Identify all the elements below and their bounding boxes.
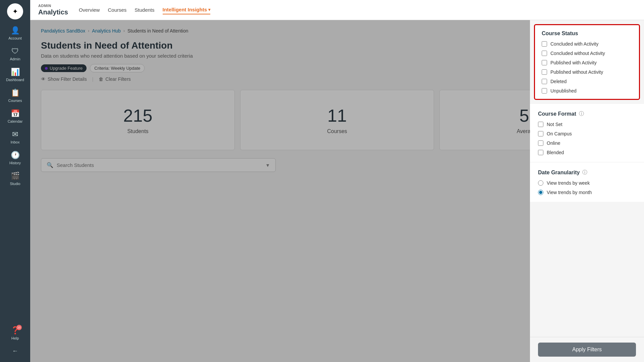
course-format-title: Course Format (538, 111, 576, 117)
date-granularity-title-row: Date Granularity ⓘ (538, 169, 636, 176)
sidebar-collapse-button[interactable]: ← (0, 344, 30, 359)
sidebar-item-label: History (9, 161, 21, 165)
checkbox-concluded-without-activity-input[interactable] (542, 51, 547, 56)
logo-icon: ✦ (12, 7, 18, 15)
checkbox-blended[interactable]: Blended (538, 150, 636, 155)
checkbox-published-with-activity[interactable]: Published with Activity (542, 60, 632, 65)
account-icon: 👤 (11, 26, 20, 35)
checkbox-published-without-activity[interactable]: Published without Activity (542, 69, 632, 75)
radio-by-week-label: View trends by week (547, 180, 590, 186)
sidebar-item-studio[interactable]: 🎬 Studio (0, 168, 30, 189)
checkbox-on-campus-input[interactable] (538, 131, 543, 136)
course-format-info-icon[interactable]: ⓘ (579, 111, 584, 117)
checkbox-published-without-activity-input[interactable] (542, 69, 547, 75)
sidebar-item-calendar[interactable]: 📅 Calendar (0, 106, 30, 127)
sidebar-item-account[interactable]: 👤 Account (0, 23, 30, 44)
checkbox-published-with-activity-label: Published with Activity (550, 60, 597, 65)
checkbox-deleted-label: Deleted (550, 79, 567, 84)
radio-by-week[interactable]: View trends by week (538, 180, 636, 186)
checkbox-not-set-label: Not Set (547, 122, 562, 127)
dashboard-icon: 📊 (11, 68, 20, 76)
checkbox-published-without-activity-label: Published without Activity (550, 69, 603, 75)
courses-icon: 📋 (11, 88, 20, 97)
checkbox-blended-input[interactable] (538, 150, 543, 155)
sidebar-item-label: Courses (8, 99, 22, 103)
apply-filters-button[interactable]: Apply Filters (538, 343, 636, 357)
sidebar-item-inbox[interactable]: ✉ Inbox (0, 127, 30, 147)
help-icon: ❓ 10 (11, 326, 20, 335)
date-granularity-section: Date Granularity ⓘ View trends by week V… (530, 163, 644, 202)
checkbox-concluded-with-activity[interactable]: Concluded with Activity (542, 41, 632, 47)
sidebar-item-history[interactable]: 🕐 History (0, 147, 30, 168)
history-icon: 🕐 (11, 151, 20, 160)
radio-by-month[interactable]: View trends by month (538, 190, 636, 195)
calendar-icon: 📅 (11, 109, 20, 118)
collapse-icon: ← (12, 348, 18, 355)
sidebar-item-label: Help (11, 336, 19, 340)
date-granularity-title: Date Granularity (538, 170, 580, 176)
checkbox-not-set-input[interactable] (538, 122, 543, 127)
top-nav-links: Overview Courses Students Intelligent In… (79, 5, 210, 14)
admin-icon: 🛡 (11, 47, 19, 56)
studio-icon: 🎬 (11, 172, 20, 180)
checkbox-concluded-without-activity-label: Concluded without Activity (550, 51, 605, 56)
course-format-section: Course Format ⓘ Not Set On Campus Online… (530, 104, 644, 162)
inbox-icon: ✉ (12, 130, 18, 139)
sidebar: ✦ 👤 Account 🛡 Admin 📊 Dashboard 📋 Course… (0, 0, 30, 362)
checkbox-unpublished[interactable]: Unpublished (542, 88, 632, 94)
sidebar-item-label: Calendar (8, 119, 23, 123)
brand: ADMIN Analytics (38, 4, 68, 16)
course-format-title-row: Course Format ⓘ (538, 111, 636, 117)
radio-by-month-label: View trends by month (547, 190, 592, 195)
checkbox-online-input[interactable] (538, 140, 543, 146)
filter-footer: Apply Filters (530, 337, 644, 362)
sidebar-item-help[interactable]: ❓ 10 Help (0, 323, 30, 344)
radio-by-month-input[interactable] (538, 190, 543, 195)
sidebar-item-label: Studio (10, 182, 20, 186)
checkbox-concluded-without-activity[interactable]: Concluded without Activity (542, 51, 632, 56)
radio-by-week-input[interactable] (538, 180, 543, 186)
dropdown-chevron-icon: ▾ (208, 7, 210, 12)
checkbox-published-with-activity-input[interactable] (542, 60, 547, 65)
nav-label: Intelligent Insights (163, 7, 207, 12)
checkbox-deleted[interactable]: Deleted (542, 79, 632, 84)
sidebar-item-courses[interactable]: 📋 Courses (0, 85, 30, 106)
filter-panel: Course Status Concluded with Activity Co… (530, 20, 644, 362)
sidebar-item-admin[interactable]: 🛡 Admin (0, 44, 30, 64)
course-status-title: Course Status (542, 31, 632, 37)
checkbox-unpublished-input[interactable] (542, 88, 547, 94)
sidebar-item-label: Account (8, 36, 22, 40)
help-badge-count: 10 (16, 325, 22, 330)
checkbox-blended-label: Blended (547, 150, 564, 155)
top-navigation: ADMIN Analytics Overview Courses Student… (30, 0, 644, 20)
checkbox-concluded-with-activity-input[interactable] (542, 41, 547, 47)
nav-students[interactable]: Students (135, 6, 154, 14)
date-granularity-info-icon[interactable]: ⓘ (582, 169, 587, 176)
app-logo: ✦ (7, 3, 23, 19)
admin-label: ADMIN (38, 4, 68, 8)
checkbox-on-campus-label: On Campus (547, 131, 572, 136)
checkbox-on-campus[interactable]: On Campus (538, 131, 636, 136)
checkbox-not-set[interactable]: Not Set (538, 122, 636, 127)
nav-overview[interactable]: Overview (79, 6, 100, 14)
checkbox-online-label: Online (547, 140, 560, 146)
nav-courses[interactable]: Courses (108, 6, 126, 14)
brand-name: Analytics (38, 8, 68, 16)
checkbox-online[interactable]: Online (538, 140, 636, 146)
checkbox-deleted-input[interactable] (542, 79, 547, 84)
sidebar-item-dashboard[interactable]: 📊 Dashboard (0, 64, 30, 85)
sidebar-item-label: Admin (10, 57, 20, 61)
nav-intelligent-insights[interactable]: Intelligent Insights ▾ (163, 5, 211, 14)
sidebar-item-label: Inbox (11, 140, 20, 144)
course-status-section: Course Status Concluded with Activity Co… (534, 24, 640, 100)
checkbox-concluded-with-activity-label: Concluded with Activity (550, 41, 598, 47)
sidebar-item-label: Dashboard (6, 78, 24, 82)
checkbox-unpublished-label: Unpublished (550, 88, 577, 94)
